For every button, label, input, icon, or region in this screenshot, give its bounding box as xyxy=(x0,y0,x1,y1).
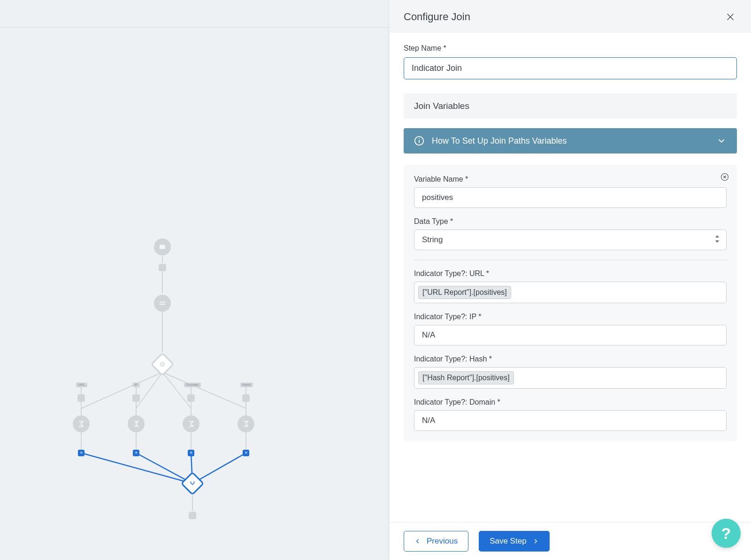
panel-title: Configure Join xyxy=(404,11,470,23)
step-name-input[interactable] xyxy=(404,57,737,79)
close-icon xyxy=(725,12,736,22)
panel-header: Configure Join xyxy=(390,0,751,33)
indicator-ip-input[interactable] xyxy=(414,325,727,345)
node-decision[interactable] xyxy=(151,353,175,376)
svg-rect-16 xyxy=(160,245,165,249)
indicator-ip-label: Indicator Type?: IP * xyxy=(414,313,727,321)
indicator-url-input[interactable]: ["URL Report"].[positives] xyxy=(414,282,727,303)
indicator-hash-input[interactable]: ["Hash Report"].[positives] xyxy=(414,367,727,389)
chevron-right-icon xyxy=(532,538,539,545)
info-icon xyxy=(414,136,424,146)
panel-footer: Previous Save Step xyxy=(390,522,751,560)
node-connector xyxy=(77,394,85,402)
chevron-down-icon xyxy=(716,136,727,146)
join-variables-section: Join Variables xyxy=(404,93,737,119)
indicator-domain-label: Indicator Type?: Domain * xyxy=(414,398,727,407)
indicator-hash-chip: ["Hash Report"].[positives] xyxy=(418,371,514,384)
svg-line-11 xyxy=(81,453,192,483)
close-button[interactable] xyxy=(724,10,737,23)
branch-label-domain: Domain xyxy=(184,383,201,387)
node-action-4[interactable] xyxy=(238,415,254,432)
canvas-top-divider xyxy=(0,27,390,28)
node-action-3[interactable] xyxy=(183,415,199,432)
workflow-canvas[interactable]: URL IP Domain Hash xyxy=(0,0,390,560)
variable-card: Variable Name * Data Type * Indicator Ty… xyxy=(404,165,737,441)
info-banner[interactable]: How To Set Up Join Paths Variables xyxy=(404,128,737,153)
svg-line-14 xyxy=(192,453,246,483)
previous-button-label: Previous xyxy=(427,537,458,546)
node-connector xyxy=(187,394,195,402)
branch-label-hash: Hash xyxy=(240,383,253,387)
save-step-button-label: Save Step xyxy=(490,537,526,546)
join-input-3[interactable] xyxy=(188,450,194,456)
branch-label-url: URL xyxy=(76,383,87,387)
indicator-domain-input[interactable] xyxy=(414,410,727,431)
data-type-select[interactable] xyxy=(414,230,727,250)
info-banner-text: How To Set Up Join Paths Variables xyxy=(432,136,567,146)
node-connector xyxy=(189,512,196,519)
remove-variable-button[interactable] xyxy=(720,172,729,182)
indicator-url-label: Indicator Type?: URL * xyxy=(414,269,727,278)
branch-label-ip: IP xyxy=(132,383,140,387)
indicator-url-chip: ["URL Report"].[positives] xyxy=(418,286,511,299)
previous-button[interactable]: Previous xyxy=(404,531,468,552)
node-connector xyxy=(159,264,166,271)
node-connector xyxy=(132,394,140,402)
svg-line-3 xyxy=(81,372,162,408)
node-action-1[interactable] xyxy=(73,415,90,432)
node-join-selected[interactable] xyxy=(181,472,205,496)
svg-line-12 xyxy=(136,453,192,483)
data-type-label: Data Type * xyxy=(414,217,727,226)
svg-line-4 xyxy=(136,372,162,408)
node-connector xyxy=(242,394,250,402)
help-button[interactable]: ? xyxy=(712,519,741,548)
svg-line-6 xyxy=(162,372,246,408)
join-input-2[interactable] xyxy=(133,450,139,456)
panel-body[interactable]: Step Name * Join Variables How To Set Up… xyxy=(390,33,751,522)
node-trigger[interactable] xyxy=(154,238,171,255)
variable-name-input[interactable] xyxy=(414,187,727,208)
join-input-1[interactable] xyxy=(78,450,84,456)
variable-name-label: Variable Name * xyxy=(414,175,727,184)
svg-line-5 xyxy=(162,372,191,408)
node-action-2[interactable] xyxy=(128,415,145,432)
help-icon: ? xyxy=(721,524,731,543)
svg-point-21 xyxy=(419,138,420,139)
variable-divider xyxy=(414,260,727,260)
save-step-button[interactable]: Save Step xyxy=(479,531,549,552)
chevron-left-icon xyxy=(414,538,421,545)
configure-join-panel: Configure Join Step Name * Join Variable… xyxy=(390,0,751,560)
svg-point-18 xyxy=(162,364,163,365)
indicator-hash-label: Indicator Type?: Hash * xyxy=(414,355,727,363)
step-name-label: Step Name * xyxy=(404,44,737,53)
join-input-4[interactable] xyxy=(243,450,249,456)
node-transform[interactable] xyxy=(154,295,171,312)
